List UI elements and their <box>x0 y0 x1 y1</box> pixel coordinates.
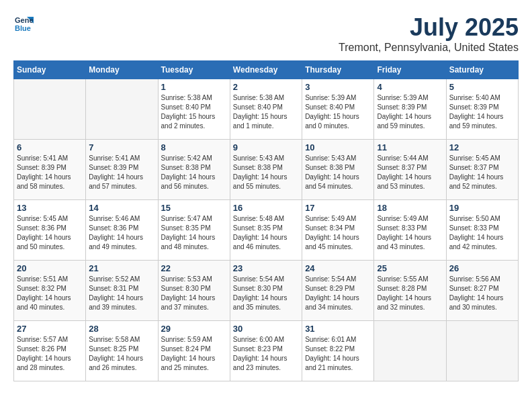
day-number: 17 <box>305 203 371 213</box>
calendar-cell: 10Sunrise: 5:43 AM Sunset: 8:38 PM Dayli… <box>302 140 374 200</box>
calendar-cell: 3Sunrise: 5:39 AM Sunset: 8:40 PM Daylig… <box>302 79 374 140</box>
calendar-cell: 11Sunrise: 5:44 AM Sunset: 8:37 PM Dayli… <box>374 140 446 200</box>
calendar-cell: 7Sunrise: 5:41 AM Sunset: 8:39 PM Daylig… <box>86 140 158 200</box>
calendar-cell: 8Sunrise: 5:42 AM Sunset: 8:38 PM Daylig… <box>158 140 230 200</box>
day-info: Sunrise: 5:48 AM Sunset: 8:35 PM Dayligh… <box>233 214 299 252</box>
page-header: General Blue July 2025 Tremont, Pennsylv… <box>13 13 519 54</box>
day-number: 1 <box>161 82 227 92</box>
day-info: Sunrise: 5:45 AM Sunset: 8:37 PM Dayligh… <box>449 154 515 191</box>
day-info: Sunrise: 5:43 AM Sunset: 8:38 PM Dayligh… <box>233 154 299 191</box>
day-info: Sunrise: 5:40 AM Sunset: 8:39 PM Dayligh… <box>449 93 515 131</box>
day-info: Sunrise: 5:58 AM Sunset: 8:25 PM Dayligh… <box>89 335 154 373</box>
day-info: Sunrise: 5:55 AM Sunset: 8:28 PM Dayligh… <box>377 275 443 312</box>
day-info: Sunrise: 5:49 AM Sunset: 8:33 PM Dayligh… <box>377 214 443 252</box>
day-number: 27 <box>17 324 83 334</box>
weekday-header-row: SundayMondayTuesdayWednesdayThursdayFrid… <box>14 61 519 79</box>
day-number: 21 <box>89 263 154 273</box>
day-number: 6 <box>17 142 83 152</box>
calendar-cell: 13Sunrise: 5:45 AM Sunset: 8:36 PM Dayli… <box>14 200 86 261</box>
day-info: Sunrise: 5:51 AM Sunset: 8:32 PM Dayligh… <box>17 275 83 312</box>
day-info: Sunrise: 6:01 AM Sunset: 8:22 PM Dayligh… <box>305 335 371 373</box>
calendar-week-3: 13Sunrise: 5:45 AM Sunset: 8:36 PM Dayli… <box>14 200 519 261</box>
calendar-cell: 28Sunrise: 5:58 AM Sunset: 8:25 PM Dayli… <box>86 321 158 381</box>
calendar-cell: 29Sunrise: 5:59 AM Sunset: 8:24 PM Dayli… <box>158 321 230 381</box>
calendar-cell: 20Sunrise: 5:51 AM Sunset: 8:32 PM Dayli… <box>14 261 86 321</box>
calendar-cell: 21Sunrise: 5:52 AM Sunset: 8:31 PM Dayli… <box>86 261 158 321</box>
day-info: Sunrise: 5:54 AM Sunset: 8:30 PM Dayligh… <box>233 275 299 312</box>
calendar-cell: 16Sunrise: 5:48 AM Sunset: 8:35 PM Dayli… <box>230 200 302 261</box>
day-info: Sunrise: 5:39 AM Sunset: 8:40 PM Dayligh… <box>305 93 371 131</box>
day-number: 30 <box>233 324 299 334</box>
day-info: Sunrise: 6:00 AM Sunset: 8:23 PM Dayligh… <box>233 335 299 373</box>
calendar-cell: 1Sunrise: 5:38 AM Sunset: 8:40 PM Daylig… <box>158 79 230 140</box>
calendar-week-4: 20Sunrise: 5:51 AM Sunset: 8:32 PM Dayli… <box>14 261 519 321</box>
day-number: 3 <box>305 82 371 92</box>
day-number: 18 <box>377 203 443 213</box>
day-number: 11 <box>377 142 443 152</box>
day-number: 24 <box>305 263 371 273</box>
logo: General Blue <box>13 13 36 34</box>
weekday-header-sunday: Sunday <box>14 61 86 79</box>
day-number: 7 <box>89 142 154 152</box>
calendar-week-5: 27Sunrise: 5:57 AM Sunset: 8:26 PM Dayli… <box>14 321 519 381</box>
day-info: Sunrise: 5:54 AM Sunset: 8:29 PM Dayligh… <box>305 275 371 312</box>
calendar-cell: 2Sunrise: 5:38 AM Sunset: 8:40 PM Daylig… <box>230 79 302 140</box>
calendar-cell <box>446 321 518 381</box>
day-number: 25 <box>377 263 443 273</box>
weekday-header-thursday: Thursday <box>302 61 374 79</box>
calendar-week-1: 1Sunrise: 5:38 AM Sunset: 8:40 PM Daylig… <box>14 79 519 140</box>
calendar-cell: 14Sunrise: 5:46 AM Sunset: 8:36 PM Dayli… <box>86 200 158 261</box>
calendar-cell: 6Sunrise: 5:41 AM Sunset: 8:39 PM Daylig… <box>14 140 86 200</box>
day-number: 16 <box>233 203 299 213</box>
calendar-cell: 17Sunrise: 5:49 AM Sunset: 8:34 PM Dayli… <box>302 200 374 261</box>
day-info: Sunrise: 5:59 AM Sunset: 8:24 PM Dayligh… <box>161 335 227 373</box>
day-number: 15 <box>161 203 227 213</box>
calendar-cell: 15Sunrise: 5:47 AM Sunset: 8:35 PM Dayli… <box>158 200 230 261</box>
day-number: 22 <box>161 263 227 273</box>
day-info: Sunrise: 5:50 AM Sunset: 8:33 PM Dayligh… <box>449 214 515 252</box>
day-number: 14 <box>89 203 154 213</box>
day-info: Sunrise: 5:38 AM Sunset: 8:40 PM Dayligh… <box>233 93 299 131</box>
calendar-cell <box>14 79 86 140</box>
day-number: 2 <box>233 82 299 92</box>
calendar-cell: 26Sunrise: 5:56 AM Sunset: 8:27 PM Dayli… <box>446 261 518 321</box>
day-info: Sunrise: 5:44 AM Sunset: 8:37 PM Dayligh… <box>377 154 443 191</box>
day-number: 10 <box>305 142 371 152</box>
weekday-header-friday: Friday <box>374 61 446 79</box>
calendar-cell: 12Sunrise: 5:45 AM Sunset: 8:37 PM Dayli… <box>446 140 518 200</box>
day-number: 13 <box>17 203 83 213</box>
calendar-cell: 22Sunrise: 5:53 AM Sunset: 8:30 PM Dayli… <box>158 261 230 321</box>
day-info: Sunrise: 5:43 AM Sunset: 8:38 PM Dayligh… <box>305 154 371 191</box>
day-info: Sunrise: 5:41 AM Sunset: 8:39 PM Dayligh… <box>89 154 154 191</box>
calendar-cell: 27Sunrise: 5:57 AM Sunset: 8:26 PM Dayli… <box>14 321 86 381</box>
day-info: Sunrise: 5:57 AM Sunset: 8:26 PM Dayligh… <box>17 335 83 373</box>
day-info: Sunrise: 5:52 AM Sunset: 8:31 PM Dayligh… <box>89 275 154 312</box>
day-info: Sunrise: 5:46 AM Sunset: 8:36 PM Dayligh… <box>89 214 154 252</box>
title-block: July 2025 Tremont, Pennsylvania, United … <box>339 13 519 54</box>
weekday-header-saturday: Saturday <box>446 61 518 79</box>
day-number: 19 <box>449 203 515 213</box>
calendar-cell: 18Sunrise: 5:49 AM Sunset: 8:33 PM Dayli… <box>374 200 446 261</box>
day-info: Sunrise: 5:56 AM Sunset: 8:27 PM Dayligh… <box>449 275 515 312</box>
calendar-cell: 31Sunrise: 6:01 AM Sunset: 8:22 PM Dayli… <box>302 321 374 381</box>
day-number: 26 <box>449 263 515 273</box>
day-info: Sunrise: 5:45 AM Sunset: 8:36 PM Dayligh… <box>17 214 83 252</box>
day-number: 12 <box>449 142 515 152</box>
weekday-header-monday: Monday <box>86 61 158 79</box>
day-number: 8 <box>161 142 227 152</box>
calendar-cell: 23Sunrise: 5:54 AM Sunset: 8:30 PM Dayli… <box>230 261 302 321</box>
calendar-cell: 30Sunrise: 6:00 AM Sunset: 8:23 PM Dayli… <box>230 321 302 381</box>
weekday-header-wednesday: Wednesday <box>230 61 302 79</box>
day-number: 23 <box>233 263 299 273</box>
day-number: 28 <box>89 324 154 334</box>
svg-text:General: General <box>15 16 34 24</box>
day-number: 9 <box>233 142 299 152</box>
day-info: Sunrise: 5:39 AM Sunset: 8:39 PM Dayligh… <box>377 93 443 131</box>
calendar-cell: 19Sunrise: 5:50 AM Sunset: 8:33 PM Dayli… <box>446 200 518 261</box>
calendar-table: SundayMondayTuesdayWednesdayThursdayFrid… <box>13 60 519 381</box>
calendar-week-2: 6Sunrise: 5:41 AM Sunset: 8:39 PM Daylig… <box>14 140 519 200</box>
weekday-header-tuesday: Tuesday <box>158 61 230 79</box>
day-number: 5 <box>449 82 515 92</box>
calendar-cell <box>86 79 158 140</box>
calendar-cell: 5Sunrise: 5:40 AM Sunset: 8:39 PM Daylig… <box>446 79 518 140</box>
